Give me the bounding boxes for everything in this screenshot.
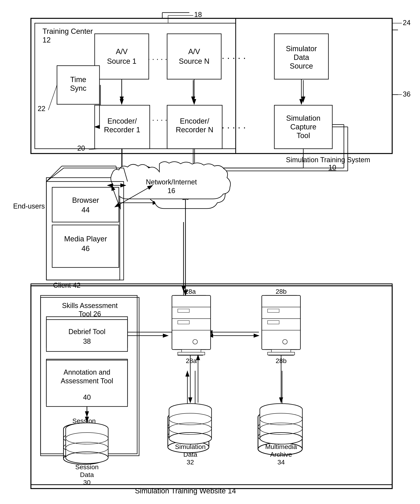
svg-rect-2 (31, 18, 236, 154)
svg-point-75 (258, 443, 302, 455)
svg-rect-33 (46, 359, 128, 404)
svg-line-27 (46, 166, 62, 181)
svg-rect-46 (174, 295, 207, 349)
svg-rect-26 (46, 178, 120, 280)
svg-line-29 (116, 166, 120, 181)
svg-text:16: 16 (182, 194, 189, 201)
svg-rect-62 (272, 349, 290, 352)
network-internet-cloud: Network/Internet 16 (145, 168, 226, 224)
svg-text:. . . . .: . . . . . (148, 53, 167, 61)
svg-rect-55 (265, 295, 298, 349)
session-data: SessionData30 (59, 416, 109, 476)
svg-text:Network/Internet: Network/Internet (161, 186, 210, 193)
svg-point-68 (168, 441, 209, 453)
svg-rect-5 (31, 18, 392, 154)
svg-rect-53 (182, 349, 199, 352)
simulation-data: SimulationData32 (163, 406, 213, 463)
svg-text:. . . . .: . . . . . (148, 114, 167, 122)
svg-rect-63 (268, 352, 294, 355)
svg-rect-32 (46, 317, 128, 348)
server-28a: 28a (168, 292, 213, 371)
diagram-container: . . . . . . . . . . (0, 0, 420, 504)
server-28b: 28b (259, 292, 303, 371)
svg-rect-54 (178, 352, 203, 355)
multimedia-archive: MultimediaArchive34 (253, 406, 307, 465)
svg-point-82 (64, 453, 105, 464)
